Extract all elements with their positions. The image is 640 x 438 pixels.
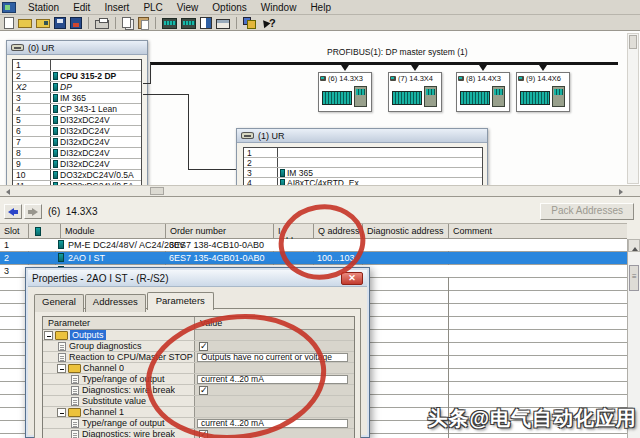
menu-options[interactable]: Options: [205, 1, 253, 14]
rack-row[interactable]: 2CPU 315-2 DP: [13, 71, 141, 82]
print-icon[interactable]: [95, 20, 109, 29]
checkbox-checked[interactable]: [199, 430, 208, 438]
rack-icon: [241, 132, 254, 139]
paste-icon[interactable]: [138, 17, 149, 29]
value-field[interactable]: current 4..20 mA: [197, 419, 348, 428]
rack-row[interactable]: 1: [244, 148, 482, 158]
column-module[interactable]: Module: [60, 224, 165, 238]
collapse-icon[interactable]: [57, 408, 66, 417]
rack-row[interactable]: 9DI32xDC24V: [13, 159, 141, 170]
profibus-label: PROFIBUS(1): DP master system (1): [327, 47, 468, 57]
param-row-reaction-stop[interactable]: Reaction to CPU/Master STOP Outputs have…: [43, 352, 354, 363]
value-field[interactable]: current 4..20 mA: [197, 375, 348, 384]
menu-help[interactable]: Help: [303, 1, 338, 14]
value-cell: [195, 407, 354, 417]
param-row-outputs[interactable]: Outputs: [43, 330, 354, 341]
checkbox-checked[interactable]: [199, 386, 208, 395]
scrollbar-thumb[interactable]: [629, 265, 639, 291]
download-station-icon[interactable]: [162, 18, 177, 29]
column-diagnostic-address[interactable]: Diagnostic address: [362, 224, 448, 238]
open-icon[interactable]: [18, 19, 32, 28]
param-row-wire-break-ch0[interactable]: Diagnostics: wire break: [43, 385, 354, 396]
close-icon[interactable]: ✕: [341, 272, 363, 285]
network-icon[interactable]: [243, 17, 256, 29]
new-icon[interactable]: [4, 17, 14, 29]
rack-row[interactable]: 7DI32xDC24V: [13, 137, 141, 148]
rack-row[interactable]: 1: [13, 60, 141, 71]
rack-row[interactable]: 5DI32xDC24V: [13, 115, 141, 126]
copy-icon[interactable]: [122, 17, 131, 28]
save-compile-icon[interactable]: [70, 17, 82, 29]
column-comment[interactable]: Comment: [448, 224, 627, 238]
rack-row[interactable]: 8DI32xDC24V: [13, 148, 141, 159]
menu-window[interactable]: Window: [254, 1, 304, 14]
address-overview-icon[interactable]: [216, 19, 230, 29]
pack-addresses-button[interactable]: Pack Addresses: [540, 203, 634, 220]
scroll-right-icon[interactable]: [619, 189, 626, 195]
folder-icon: [55, 331, 68, 340]
menu-edit[interactable]: Edit: [66, 1, 97, 14]
module-row-1[interactable]: 1 PM-E DC24/48V/ AC24/230V 6ES7 138-4CB1…: [0, 239, 627, 251]
rack-row[interactable]: 2: [244, 158, 482, 168]
column-slot[interactable]: Slot: [0, 224, 28, 238]
rack-row[interactable]: 3IM 365: [244, 168, 482, 178]
slot-number: 5: [13, 115, 51, 125]
rack1-titlebar[interactable]: (1) UR: [237, 129, 487, 143]
dialog-tabs: General Addresses Parameters: [26, 287, 369, 310]
param-row-type-range-ch0[interactable]: Type/range of output current 4..20 mA: [43, 374, 354, 385]
rack-row[interactable]: 4CP 343-1 Lean: [13, 104, 141, 115]
module-row-2-selected[interactable]: 2 2AO I ST 6ES7 135-4GB01-0AB0 100...103: [0, 252, 627, 264]
module-icon: [280, 169, 285, 177]
catalog-icon[interactable]: [200, 17, 212, 29]
column-order-number[interactable]: Order number: [165, 224, 273, 238]
param-row-channel1[interactable]: Channel 1: [43, 407, 354, 418]
scroll-left-icon[interactable]: [3, 189, 10, 195]
vertical-scrollbar[interactable]: [627, 33, 639, 184]
rack0-window[interactable]: (0) UR 1 2CPU 315-2 DP X2DP 3IM 365 4CP …: [6, 40, 148, 188]
open-station-icon[interactable]: [36, 19, 50, 28]
tab-general[interactable]: General: [34, 294, 84, 312]
scrollbar-thumb[interactable]: [150, 187, 164, 195]
checkbox-checked[interactable]: [199, 342, 208, 351]
rack-row[interactable]: X2DP: [13, 82, 141, 93]
menu-insert[interactable]: Insert: [97, 1, 136, 14]
save-icon[interactable]: [54, 17, 66, 29]
profibus-line[interactable]: [150, 62, 618, 65]
param-row-type-range-ch1[interactable]: Type/range of output current 4..20 mA: [43, 418, 354, 429]
scrollbar-thumb[interactable]: [629, 35, 637, 49]
slave-label: (9) 14.4X6: [526, 74, 561, 83]
previous-station-button[interactable]: [4, 204, 22, 219]
tab-parameters[interactable]: Parameters: [147, 292, 214, 310]
dialog-titlebar[interactable]: Properties - 2AO I ST - (R-/S2) ✕: [28, 270, 367, 287]
column-i-address[interactable]: I address: [273, 224, 313, 238]
module-icon: [53, 116, 58, 124]
param-row-wire-break-ch1[interactable]: Diagnostics: wire break: [43, 429, 354, 438]
menu-station[interactable]: Station: [21, 1, 66, 14]
menu-view[interactable]: View: [170, 1, 206, 14]
param-row-substitute-ch0[interactable]: Substitute value: [43, 396, 354, 407]
collapse-icon[interactable]: [57, 364, 66, 373]
collapse-icon[interactable]: [44, 331, 53, 340]
column-q-address[interactable]: Q address: [313, 224, 362, 238]
menu-plc[interactable]: PLC: [136, 1, 169, 14]
rack-row[interactable]: 10DO32xDC24V/0.5A: [13, 170, 141, 181]
help-cursor-icon[interactable]: ?: [260, 16, 276, 30]
horizontal-scrollbar[interactable]: [0, 185, 640, 196]
param-row-group-diagnostics[interactable]: Group diagnostics: [43, 341, 354, 352]
tab-addresses[interactable]: Addresses: [85, 294, 146, 312]
dp-slave-8[interactable]: (8) 14.4X3: [456, 72, 510, 112]
upload-station-icon[interactable]: [181, 18, 196, 29]
rack-row[interactable]: 3IM 365: [13, 93, 141, 104]
scroll-up-icon[interactable]: [628, 239, 640, 252]
column-module-icon[interactable]: [28, 224, 60, 238]
value-field[interactable]: Outputs have no current or voltage: [197, 353, 348, 362]
param-row-channel0[interactable]: Channel 0: [43, 363, 354, 374]
rack-row[interactable]: 6DI32xDC24V: [13, 126, 141, 137]
dp-slave-9[interactable]: (9) 14.4X6: [516, 72, 570, 112]
dp-slave-6[interactable]: (6) 14.3X3: [318, 72, 372, 112]
rack1-window[interactable]: (1) UR 1 2 3IM 365 4AI8xTC/4xRTD_Ex: [236, 128, 488, 187]
dp-slave-7[interactable]: (7) 14.3X4: [388, 72, 442, 112]
cell-module: PM-E DC24/48V/ AC24/230V: [68, 240, 185, 250]
next-station-button[interactable]: [24, 204, 42, 219]
rack0-titlebar[interactable]: (0) UR: [7, 41, 147, 55]
